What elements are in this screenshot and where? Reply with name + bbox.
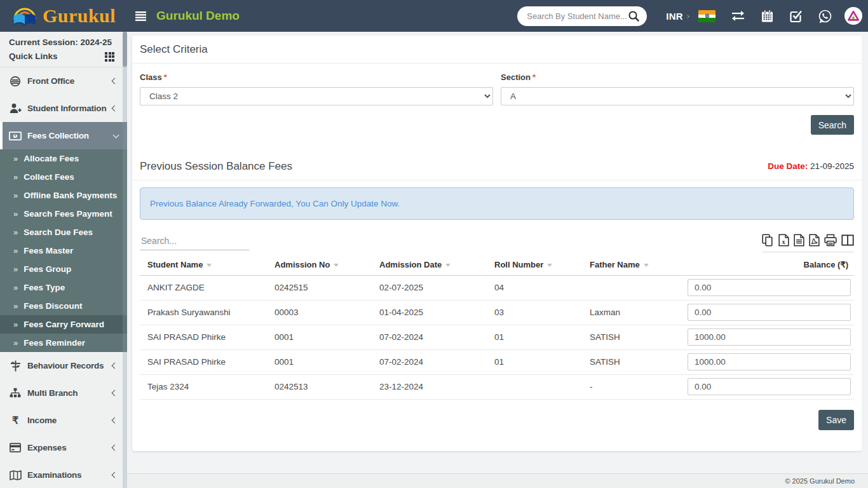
submenu-item-fees-type[interactable]: » Fees Type [0,278,127,297]
submenu-item-search-fees-payment[interactable]: » Search Fees Payment [0,205,127,223]
cell-admission-date: 07-02-2024 [372,350,487,375]
sort-icon [334,264,339,267]
print-icon[interactable] [824,234,837,247]
cell-father-name [582,276,672,301]
income-icon: ₹ [9,416,22,426]
currency-selector[interactable]: INR [666,11,689,22]
table-search-input[interactable] [140,233,249,250]
user-avatar[interactable] [844,7,862,25]
submenu-item-fees-discount[interactable]: » Fees Discount [0,297,127,315]
front-office-icon [9,76,22,87]
column-header-admission-date[interactable]: Admission Date [372,254,487,276]
double-chevron-icon: » [13,283,18,292]
cell-student-name: SAI PRASAD Phirke [140,350,267,375]
footer: © 2025 Gurukul Demo [127,473,868,488]
logo-book-icon [11,4,39,27]
column-header-father-name[interactable]: Father Name [582,254,672,276]
whatsapp-icon[interactable] [818,9,832,24]
submenu-item-fees-group[interactable]: » Fees Group [0,260,127,278]
session-block: Current Session: 2024-25 Quick Links [0,32,127,67]
cell-admission-no: 0242515 [267,276,372,301]
copy-icon[interactable] [762,234,774,247]
sidebar-item-label: Expenses [27,443,66,452]
quick-links-grid-icon[interactable] [105,52,114,62]
sidebar-item-label: Fees Collection [27,131,89,140]
select-criteria-title: Select Criteria [140,43,208,56]
table-row: SAI PRASAD Phirke 0001 07-02-2024 01 SAT… [140,350,854,375]
section-select[interactable]: A [501,87,854,105]
balance-input[interactable] [688,378,851,395]
logo[interactable]: Gurukul [0,0,127,32]
hamburger-menu-icon[interactable] [135,11,146,21]
page-scrollbar[interactable] [862,32,868,488]
double-chevron-icon: » [13,191,18,200]
column-header-balance[interactable]: Balance (₹) [672,254,854,276]
cell-roll-number: 01 [487,325,582,350]
column-header-roll-number[interactable]: Roll Number [487,254,582,276]
sidebar-item-expenses[interactable]: Expenses [0,434,127,461]
student-search-input[interactable] [527,6,627,26]
submenu-item-fees-master[interactable]: » Fees Master [0,241,127,260]
table-toolbar: x [140,233,854,252]
select-criteria-header: Select Criteria [132,36,862,64]
sidebar-item-label: Behaviour Records [27,361,104,370]
expenses-icon [9,443,22,452]
table-row: Prakash Suryawanshi 00003 01-04-2025 03 … [140,301,854,325]
sidebar-item-behaviour-records[interactable]: Behaviour Records [0,352,127,379]
cell-admission-no: 00003 [267,301,372,325]
save-button[interactable]: Save [818,410,854,430]
multi-branch-icon [9,388,22,398]
tasks-icon[interactable] [789,10,803,23]
select-criteria-body: Class* Class 2 Section* A Search [132,64,862,152]
cell-student-name: ANKIT ZAGDE [140,276,267,301]
chevron-left-icon [112,472,118,478]
cell-roll-number: 01 [487,350,582,375]
double-chevron-icon: » [13,301,18,311]
sort-icon [644,264,649,267]
sidebar-item-examinations[interactable]: Examinations [0,461,127,488]
sidebar-item-income[interactable]: ₹ Income [0,407,127,434]
balance-input[interactable] [688,329,851,346]
sidebar-scrollbar-thumb[interactable] [123,32,127,67]
submenu-item-offline-bank-payments[interactable]: » Offline Bank Payments [0,186,127,205]
sidebar-item-front-office[interactable]: Front Office [0,67,127,95]
submenu-item-fees-reminder[interactable]: » Fees Reminder [0,334,127,352]
column-visibility-icon[interactable] [841,234,854,247]
table-row: ANKIT ZAGDE 0242515 02-07-2025 04 [140,276,854,301]
due-date-value: 21-09-2025 [810,161,854,171]
double-chevron-icon: » [13,246,18,255]
search-icon[interactable] [628,10,640,25]
balance-input[interactable] [688,353,851,370]
csv-export-icon[interactable] [794,234,804,247]
chevron-left-icon [112,105,118,112]
sidebar-item-student-information[interactable]: Student Information [0,95,127,122]
language-flag-icon[interactable] [698,10,715,22]
session-switch-icon[interactable] [731,10,745,22]
fees-collection-submenu: » Allocate Fees » Collect Fees » Offline… [0,149,127,352]
pdf-export-icon[interactable] [809,234,820,247]
currency-caret-icon [686,15,689,18]
balance-input[interactable] [688,279,851,296]
sidebar-item-fees-collection[interactable]: ₹ Fees Collection [0,122,127,149]
required-asterisk: * [164,72,167,82]
sidebar-scrollbar[interactable] [123,32,127,488]
submenu-item-allocate-fees[interactable]: » Allocate Fees [0,149,127,168]
column-header-admission-no[interactable]: Admission No [267,254,372,276]
required-asterisk: * [532,72,536,82]
submenu-item-fees-carry-forward[interactable]: » Fees Carry Forward [0,315,127,334]
excel-export-icon[interactable]: x [778,234,789,247]
column-header-student-name[interactable]: Student Name [140,254,267,276]
class-select[interactable]: Class 2 [140,87,493,105]
chevron-left-icon [112,78,118,85]
sort-icon [207,264,212,267]
calendar-icon[interactable] [761,10,774,23]
cell-father-name: SATISH [582,325,672,350]
balance-input[interactable] [688,304,851,321]
submenu-item-label: Allocate Fees [24,154,79,163]
submenu-item-search-due-fees[interactable]: » Search Due Fees [0,223,127,241]
cell-admission-no: 0001 [267,350,372,375]
sidebar-item-multi-branch[interactable]: Multi Branch [0,379,127,407]
submenu-item-collect-fees[interactable]: » Collect Fees [0,168,127,186]
double-chevron-icon: » [13,338,18,348]
search-button[interactable]: Search [811,115,854,135]
